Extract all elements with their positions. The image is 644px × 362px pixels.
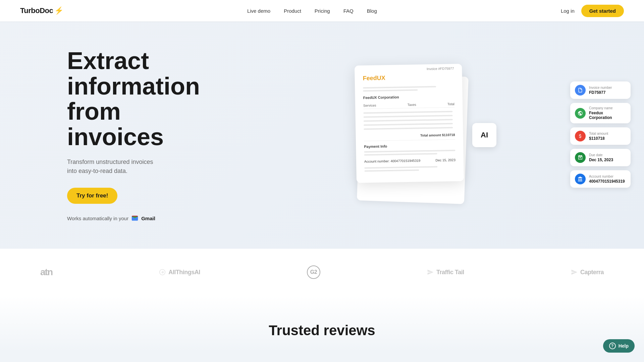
navbar: TurboDoc ⚡ Live demo Product Pricing FAQ… bbox=[0, 0, 644, 21]
invoice-account: Account number: 4004770151945319 Dec 15,… bbox=[364, 158, 455, 164]
total-amount-text: Total amount $110718 bbox=[589, 132, 608, 141]
nav-live-demo[interactable]: Live demo bbox=[247, 8, 270, 14]
help-label: Help bbox=[619, 343, 629, 349]
nav-faq[interactable]: FAQ bbox=[343, 8, 354, 14]
invoice-number-label: Invoice #FD75977 bbox=[427, 67, 454, 71]
ai-badge: AI bbox=[472, 123, 496, 147]
account-number-text: Account number 4004770151945319 bbox=[589, 175, 625, 184]
account-number-icon bbox=[575, 174, 586, 184]
hero-left: Extract information from invoices Transf… bbox=[0, 21, 201, 249]
brand-capterra: Capterra bbox=[571, 269, 604, 276]
extract-card-total-amount: Total amount $110718 bbox=[570, 127, 631, 145]
brand-traffic-tail: Traffic Tail bbox=[427, 269, 464, 276]
invoice-company: FeedUX Corporation bbox=[363, 94, 454, 100]
nav-blog[interactable]: Blog bbox=[367, 8, 377, 14]
invoice-payment-header: Payment Info bbox=[364, 139, 455, 149]
invoice-number-icon bbox=[575, 85, 586, 96]
invoice-total: Total amount $110718 bbox=[364, 133, 455, 138]
gmail-note: Works automatically in your Gmail bbox=[67, 215, 201, 222]
invoice-table-header: Services Taxes Total bbox=[363, 102, 454, 109]
help-icon: ? bbox=[609, 343, 616, 349]
brand-atn: atn bbox=[40, 267, 52, 278]
nav-pricing[interactable]: Pricing bbox=[315, 8, 330, 14]
help-button[interactable]: ? Help bbox=[603, 339, 635, 353]
due-date-text: Due date Dec 15, 2023 bbox=[589, 153, 613, 162]
extract-card-due-date: Due date Dec 15, 2023 bbox=[570, 149, 631, 166]
hero-section: Extract information from invoices Transf… bbox=[0, 0, 644, 249]
trusted-section: Trusted reviews bbox=[0, 296, 644, 352]
brand-allthingsai: AllThingsAI bbox=[159, 269, 200, 276]
logo-text: TurboDoc bbox=[20, 6, 53, 15]
invoice-card: FeedUX Invoice #FD75977 FeedUX Corporati… bbox=[355, 64, 464, 183]
brand-g2: G2 bbox=[307, 265, 320, 279]
extract-card-account-number: Account number 4004770151945319 bbox=[570, 170, 631, 188]
bolt-icon: ⚡ bbox=[54, 6, 63, 15]
brands-section: atn AllThingsAI G2 Traffic Tail Capterra bbox=[0, 249, 644, 296]
try-free-button[interactable]: Try for free! bbox=[67, 188, 117, 204]
hero-subtitle: Transform unstructured invoices into eas… bbox=[67, 158, 201, 176]
due-date-icon bbox=[575, 152, 586, 163]
trusted-title: Trusted reviews bbox=[40, 322, 604, 339]
hero-title: Extract information from invoices bbox=[67, 48, 201, 149]
total-amount-icon bbox=[575, 131, 586, 141]
nav-product[interactable]: Product bbox=[284, 8, 301, 14]
invoice-logo: FeedUX bbox=[363, 74, 385, 82]
nav-actions: Log in Get started bbox=[561, 5, 624, 17]
extract-card-company-name: Company name Feedux Corporation bbox=[570, 103, 631, 123]
get-started-button[interactable]: Get started bbox=[581, 5, 624, 17]
login-button[interactable]: Log in bbox=[561, 8, 575, 14]
extract-card-invoice-number: Invoice number FD75977 bbox=[570, 81, 631, 99]
gmail-icon bbox=[131, 215, 139, 222]
nav-links: Live demo Product Pricing FAQ Blog bbox=[247, 8, 377, 14]
company-name-icon bbox=[575, 108, 586, 119]
extract-cards: Invoice number FD75977 Company name Feed… bbox=[570, 81, 631, 188]
hero-right: FeedUX Invoice #FD75977 FeedUX Corporati… bbox=[201, 51, 644, 219]
invoice-number-text: Invoice number FD75977 bbox=[589, 86, 612, 95]
logo[interactable]: TurboDoc ⚡ bbox=[20, 6, 63, 15]
company-name-text: Company name Feedux Corporation bbox=[589, 106, 626, 120]
